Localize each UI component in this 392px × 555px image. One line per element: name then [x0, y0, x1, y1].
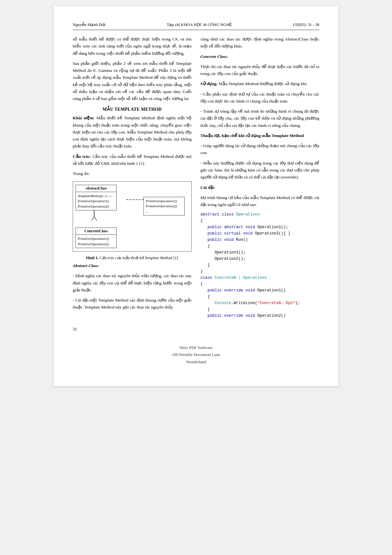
- code-content: abstract class Operations { public abstr…: [200, 211, 319, 319]
- two-column-layout: số mẫu thiết kế được có thể được thực hi…: [73, 36, 319, 321]
- cau-truc-label: Cấu trúc: [73, 154, 90, 159]
- cau-truc-para: Cấu trúc: Cấu trúc của mẫu thiết kế Temp…: [73, 153, 192, 167]
- uml-abstract-class: AbstractClass TemplateMethod() ◇ ---- Pr…: [76, 185, 117, 211]
- header-author: Nguyễn Mạnh Đức: [73, 22, 106, 27]
- left-para2: Sau phần giới thiệu, phần 2 sẽ xem xét m…: [73, 60, 192, 103]
- footer-line3: Wonderland: [73, 359, 319, 365]
- su-dung-text: : Mẫu Template Method thường được sử dụn…: [217, 81, 308, 86]
- uml-left-layout: AbstractClass TemplateMethod() ◇ ---- Pr…: [76, 185, 117, 248]
- concrete-class-title-text: Concrete Class: [200, 54, 227, 59]
- uml-triangle-wrapper: [91, 216, 97, 225]
- header-issue: 135(05): 31 - 38: [292, 22, 319, 27]
- thuan-loi-item1: - Giúp người dùng tái sử dụng những đoạn…: [200, 142, 319, 157]
- uml-vertical-line: [94, 210, 95, 216]
- abstract-class-desc1: - Định nghĩa các thao tác nguyên thủy tr…: [73, 272, 192, 294]
- abstract-class-colon: :: [98, 263, 99, 268]
- khai-niem-text: : Mẫu thiết kế Template Method định nghĩ…: [73, 115, 192, 148]
- right-column: cũng như các thao tác được định nghĩa tr…: [200, 36, 319, 321]
- uml-abstract-class-title: AbstractClass: [76, 185, 116, 192]
- header-journal: Tạp chí KHOA HỌC & CÔNG NGHỆ: [167, 22, 232, 27]
- thuan-loi-title: Thuận lợi, hạn chế khi sử dụng mẫu Templ…: [200, 133, 304, 138]
- right-para1: cũng như các thao tác được định nghĩa tr…: [200, 36, 319, 50]
- cai-dat-title: Cài đặt: [200, 185, 215, 190]
- su-dung-label: Sử dụng: [200, 81, 217, 86]
- su-dung-item1: - Cần phải xác định thứ tự của các thuật…: [200, 91, 319, 105]
- thuan-loi-item2: - Mẫu này thường được sử dụng trong các …: [200, 160, 319, 181]
- code-block: abstract class Operations { public abstr…: [200, 211, 319, 319]
- uml-container: AbstractClass TemplateMethod() ◇ ---- Pr…: [73, 182, 191, 252]
- uml-triangle-inner: [92, 217, 97, 221]
- section-title-template: MẪU TEMPLATE METHOD: [73, 107, 192, 112]
- footer: Nitro PDF Software 100 Portable Document…: [73, 344, 319, 365]
- concrete-class-section: Concrete Class:: [200, 53, 319, 60]
- uml-concrete-class: ConcreteClass PrimitiveOperation1() Prim…: [76, 228, 117, 248]
- uml-right-connector: PrimitiveOperation1() PrimitiveOperation…: [126, 194, 189, 216]
- uml-abstract-class-body: TemplateMethod() ◇ ---- PrimitiveOperati…: [76, 192, 116, 210]
- concrete-class-desc: Thực thi các thao tác nguyên thủy để thự…: [200, 63, 319, 78]
- khai-niem-para: Khái niệm: Mẫu thiết kế Template Method …: [73, 115, 192, 150]
- uml-concrete-class-body: PrimitiveOperation1() PrimitiveOperation…: [76, 235, 116, 248]
- footer-line2: 100 Portable Document Lane: [73, 351, 319, 358]
- cai-dat-label: Cài đặt: [200, 184, 319, 191]
- figure-label: Hình 1.: [86, 256, 99, 260]
- uml-concrete-class-title: ConcreteClass: [76, 228, 116, 235]
- left-column: số mẫu thiết kế được có thể được thực hi…: [73, 36, 192, 321]
- uml-diagram-box: AbstractClass TemplateMethod() ◇ ---- Pr…: [73, 181, 192, 252]
- uml-dashed-line: [126, 199, 144, 200]
- uml-right-class-box: PrimitiveOperation1() PrimitiveOperation…: [144, 197, 185, 216]
- trong-do: Trong đó:: [73, 170, 192, 177]
- concrete-class-colon: :: [227, 54, 228, 59]
- cau-truc-text: : Cấu trúc của mẫu thiết kế Template Met…: [73, 154, 192, 166]
- abstract-class-desc2: - Cài đặt một Template Method xác định k…: [73, 297, 192, 311]
- footer-line1: Nitro PDF Software: [73, 344, 319, 351]
- abstract-class-label: Abstract Class:: [73, 262, 192, 269]
- figure-caption: Hình 1. Cấu trúc của mẫu thiết kế Templa…: [73, 255, 192, 260]
- abstract-class-title-text: Abstract Class: [73, 263, 98, 268]
- figure-caption-text: Cấu trúc của mẫu thiết kế Template Metho…: [100, 256, 178, 260]
- khai-niem-label: Khái niệm: [73, 115, 94, 120]
- left-para1: số mẫu thiết kế được có thể được thực hi…: [73, 36, 192, 57]
- page: Nguyễn Mạnh Đức Tạp chí KHOA HỌC & CÔNG …: [54, 6, 338, 386]
- page-header: Nguyễn Mạnh Đức Tạp chí KHOA HỌC & CÔNG …: [73, 22, 319, 30]
- page-number: 32: [73, 327, 319, 332]
- thuan-loi-label: Thuận lợi, hạn chế khi sử dụng mẫu Templ…: [200, 132, 319, 139]
- su-dung-item2: - Tránh sự trùng lặp về mã trình do nhữn…: [200, 108, 319, 129]
- su-dung-para: Sử dụng: Mẫu Template Method thường được…: [200, 80, 319, 87]
- uml-inherit-connector: [91, 210, 97, 225]
- cai-dat-desc: Mã trình khung cơ bản của mẫu Template M…: [200, 194, 319, 209]
